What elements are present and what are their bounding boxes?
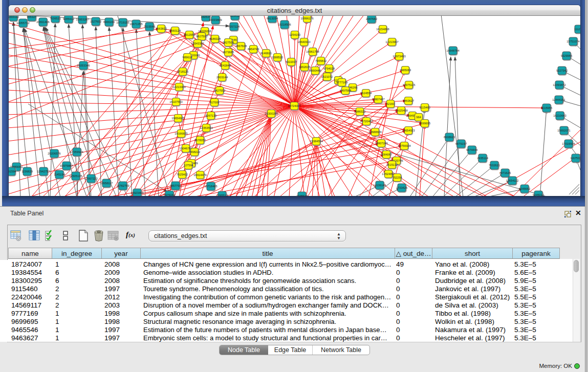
svg-text:391594: 391594 (9, 170, 16, 173)
svg-text:6794028: 6794028 (323, 67, 335, 70)
svg-text:1733426: 1733426 (396, 186, 407, 189)
svg-text:829451: 829451 (230, 16, 240, 17)
svg-text:12942757: 12942757 (37, 170, 50, 173)
svg-text:12213967: 12213967 (385, 40, 398, 43)
svg-text:10973493: 10973493 (393, 55, 405, 58)
svg-text:18807249: 18807249 (375, 142, 387, 145)
svg-text:2718126: 2718126 (177, 70, 188, 73)
svg-text:9245652: 9245652 (519, 187, 530, 190)
svg-text:9827500: 9827500 (196, 35, 207, 38)
svg-text:9660124: 9660124 (169, 29, 181, 32)
svg-text:10033809: 10033809 (209, 18, 222, 21)
svg-text:26053346: 26053346 (77, 64, 90, 67)
svg-text:9146821: 9146821 (260, 52, 272, 55)
svg-text:10688609: 10688609 (368, 130, 381, 134)
svg-text:1254190: 1254190 (289, 33, 300, 36)
svg-text:7632621: 7632621 (489, 164, 500, 167)
svg-text:10953287: 10953287 (76, 18, 89, 21)
svg-text:18640910: 18640910 (297, 40, 310, 43)
svg-text:8813054: 8813054 (267, 17, 278, 20)
svg-text:9242848: 9242848 (220, 64, 231, 67)
svg-text:2935114: 2935114 (477, 157, 488, 160)
svg-text:7663822: 7663822 (156, 27, 167, 30)
svg-text:8912954: 8912954 (184, 33, 195, 36)
svg-text:93975887: 93975887 (60, 164, 73, 167)
svg-text:965327: 965327 (27, 16, 37, 18)
svg-text:20691406: 20691406 (36, 20, 49, 24)
svg-text:12505135: 12505135 (69, 174, 82, 178)
svg-text:1993112: 1993112 (9, 16, 19, 18)
svg-text:9857791: 9857791 (170, 184, 181, 187)
svg-text:16107553: 16107553 (169, 100, 182, 103)
svg-text:1295513: 1295513 (216, 194, 228, 196)
svg-text:18724007: 18724007 (288, 104, 300, 107)
svg-text:1615132: 1615132 (386, 163, 398, 166)
svg-text:8215955: 8215955 (541, 106, 552, 110)
svg-text:9777169: 9777169 (336, 81, 347, 84)
svg-text:17957223: 17957223 (84, 177, 97, 180)
svg-text:62160: 62160 (386, 102, 395, 105)
svg-text:1527602: 1527602 (90, 20, 101, 23)
svg-text:3624554: 3624554 (360, 92, 372, 95)
svg-text:12975115: 12975115 (403, 83, 416, 86)
svg-text:1362615: 1362615 (299, 65, 310, 69)
svg-text:15720407: 15720407 (360, 120, 373, 123)
svg-text:1145194: 1145194 (54, 173, 65, 176)
svg-text:7625402: 7625402 (177, 173, 188, 176)
svg-text:15692071: 15692071 (557, 129, 570, 132)
svg-text:9245012: 9245012 (533, 193, 544, 196)
svg-text:9699695: 9699695 (419, 122, 430, 125)
svg-text:14136141: 14136141 (373, 184, 386, 187)
svg-text:19654925: 19654925 (171, 117, 184, 120)
svg-text:9463627: 9463627 (403, 99, 414, 102)
svg-text:19046786: 19046786 (179, 147, 192, 150)
svg-text:7955812: 7955812 (315, 59, 326, 62)
svg-text:12444151: 12444151 (552, 98, 565, 101)
svg-text:8471626: 8471626 (499, 171, 511, 174)
svg-text:8990448: 8990448 (310, 69, 321, 72)
svg-text:19218506: 19218506 (278, 23, 291, 26)
svg-text:6497568: 6497568 (340, 89, 351, 92)
svg-text:16961758: 16961758 (306, 50, 319, 53)
svg-text:10996176: 10996176 (300, 17, 313, 20)
svg-text:17359924: 17359924 (70, 150, 83, 154)
svg-text:9084067: 9084067 (381, 153, 392, 156)
svg-text:1156829: 1156829 (21, 170, 33, 173)
svg-text:19166825: 19166825 (175, 132, 187, 135)
svg-text:989618: 989618 (183, 56, 192, 59)
svg-text:7485063: 7485063 (400, 69, 411, 72)
svg-text:7636521: 7636521 (50, 17, 61, 20)
svg-text:1167531: 1167531 (570, 157, 580, 160)
svg-text:2087682: 2087682 (366, 17, 377, 20)
svg-text:20206576: 20206576 (48, 152, 60, 155)
svg-text:9227342: 9227342 (556, 69, 568, 72)
svg-text:19384554: 19384554 (310, 140, 322, 143)
svg-text:12093872: 12093872 (553, 83, 565, 86)
svg-text:15751074: 15751074 (567, 40, 579, 43)
svg-text:13524851: 13524851 (382, 172, 395, 176)
svg-text:16543382: 16543382 (191, 42, 204, 45)
svg-text:9474444: 9474444 (466, 148, 477, 151)
svg-text:16782759: 16782759 (116, 184, 129, 187)
svg-text:8976342: 8976342 (164, 193, 175, 196)
svg-text:3498222: 3498222 (189, 150, 200, 154)
svg-text:1621072: 1621072 (321, 75, 333, 78)
svg-text:8454749: 8454749 (248, 48, 259, 51)
svg-text:5322037: 5322037 (286, 60, 297, 63)
svg-text:12353594: 12353594 (200, 126, 212, 129)
svg-text:111275: 111275 (574, 28, 580, 31)
svg-text:7986322: 7986322 (354, 110, 365, 113)
svg-text:2867608: 2867608 (235, 45, 247, 48)
svg-text:12923468: 12923468 (130, 191, 143, 194)
svg-text:12213369: 12213369 (172, 85, 185, 89)
svg-text:10025458: 10025458 (395, 109, 407, 112)
svg-text:6966160: 6966160 (103, 20, 115, 24)
svg-text:10719155: 10719155 (116, 21, 129, 24)
svg-text:9827508: 9827508 (223, 41, 234, 44)
svg-text:1588520: 1588520 (272, 56, 283, 59)
svg-text:9329966: 9329966 (561, 54, 572, 57)
svg-text:19654923: 19654923 (402, 129, 415, 132)
svg-text:127594: 127594 (184, 164, 193, 167)
svg-text:14055712: 14055712 (16, 21, 29, 25)
svg-text:10756928: 10756928 (398, 144, 410, 147)
